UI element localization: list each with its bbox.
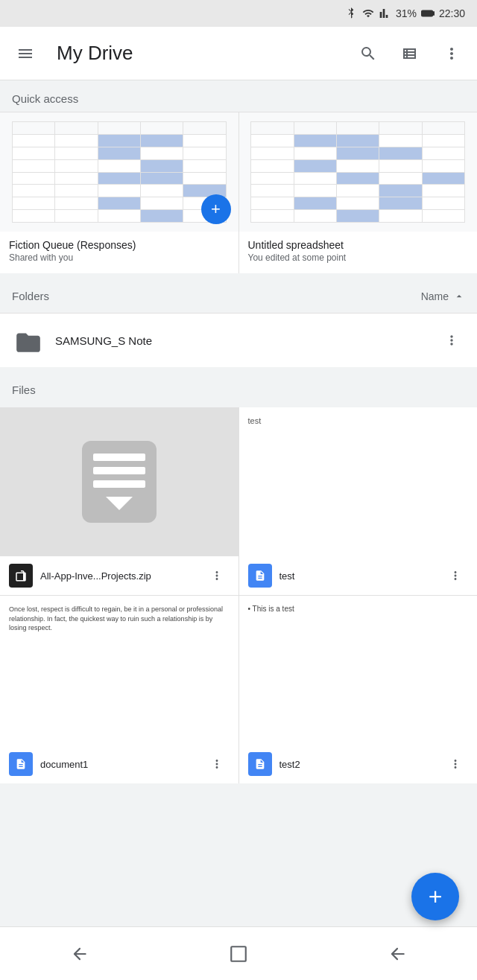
files-header: Files [0, 373, 477, 407]
spreadsheet-preview-2 [250, 121, 465, 223]
quick-access-grid: + Fiction Queue (Responses) Shared with … [0, 112, 477, 273]
file-more-button-test[interactable] [443, 566, 468, 585]
file-name-zip: All-App-Inve...Projects.zip [40, 570, 204, 582]
file-info-test2: test2 [239, 745, 478, 783]
search-button[interactable] [355, 40, 382, 67]
folder-more-button[interactable] [438, 330, 465, 351]
doc-type-icon-1 [9, 752, 33, 776]
file-thumbnail-zip [0, 407, 238, 556]
qa-card-untitled[interactable]: Untitled spreadsheet You edited at some … [239, 112, 478, 273]
bluetooth-icon [345, 7, 357, 19]
files-section: Files All-App-Inve...Projects.zip [0, 373, 477, 783]
file-card-test2[interactable]: • This is a test test2 [239, 596, 478, 783]
file-info-doc1: document1 [0, 745, 238, 783]
overflow-menu-button[interactable] [438, 40, 465, 67]
qa-meta-untitled: You edited at some point [248, 252, 469, 263]
app-bar: My Drive [0, 27, 477, 80]
nav-home-button[interactable] [216, 936, 261, 972]
svg-rect-0 [422, 10, 433, 16]
folders-label: Folders [12, 290, 49, 302]
status-bar: 31% 22:30 [0, 0, 477, 27]
add-badge: + [201, 194, 231, 224]
qa-card-fiction-queue[interactable]: + Fiction Queue (Responses) Shared with … [0, 112, 239, 273]
quick-access-section: Quick access + [0, 80, 477, 273]
list-view-button[interactable] [397, 40, 423, 67]
nav-back-button[interactable] [375, 936, 420, 972]
qa-thumbnail-fiction: + [0, 112, 238, 232]
folders-section: Folders Name SAMSUNG_S Note [0, 279, 477, 367]
file-name-doc1: document1 [40, 759, 204, 770]
file-thumbnail-doc1: Once lost, respect is difficult to regai… [0, 596, 238, 745]
qa-name-fiction: Fiction Queue (Responses) [9, 239, 230, 251]
svg-rect-2 [231, 946, 246, 961]
file-more-button-doc1[interactable] [204, 754, 230, 774]
file-thumbnail-test2: • This is a test [239, 596, 478, 745]
file-preview-doc1: Once lost, respect is difficult to regai… [9, 605, 230, 633]
file-card-test[interactable]: test test [239, 407, 478, 595]
battery-icon [421, 8, 435, 19]
nav-recent-button[interactable] [57, 936, 102, 972]
fab-button[interactable]: + [411, 873, 459, 920]
file-info-test: test [239, 556, 478, 595]
folder-name-samsung: SAMSUNG_S Note [55, 334, 438, 347]
file-preview-test: test [248, 416, 262, 425]
time-text: 22:30 [439, 7, 465, 19]
qa-info-untitled: Untitled spreadsheet You edited at some … [239, 232, 478, 273]
folder-icon [12, 324, 45, 357]
qa-info-fiction: Fiction Queue (Responses) Shared with yo… [0, 232, 238, 273]
doc-type-icon-2 [248, 752, 272, 776]
file-thumbnail-test: test [239, 407, 478, 556]
sort-direction-icon [453, 290, 465, 302]
quick-access-label: Quick access [12, 92, 78, 105]
zip-type-icon [9, 564, 33, 588]
wifi-icon [361, 7, 375, 19]
battery-text: 31% [396, 7, 417, 19]
zip-icon [82, 441, 157, 523]
menu-button[interactable] [12, 40, 39, 67]
signal-icon [379, 7, 391, 19]
status-icons: 31% 22:30 [345, 7, 465, 19]
file-card-doc1[interactable]: Once lost, respect is difficult to regai… [0, 596, 238, 783]
quick-access-header: Quick access [0, 80, 477, 112]
qa-thumbnail-untitled [239, 112, 478, 232]
file-more-button-zip[interactable] [204, 566, 230, 585]
file-preview-test2: • This is a test [248, 605, 294, 613]
folders-header: Folders Name [0, 279, 477, 313]
bottom-nav [0, 926, 477, 980]
file-name-test: test [279, 570, 443, 582]
app-bar-actions [355, 40, 465, 67]
file-card-zip[interactable]: All-App-Inve...Projects.zip [0, 407, 238, 595]
files-grid: All-App-Inve...Projects.zip test t [0, 407, 477, 783]
page-title: My Drive [57, 42, 343, 65]
folder-item-samsung[interactable]: SAMSUNG_S Note [0, 313, 477, 367]
spreadsheet-preview-1 [12, 121, 227, 223]
file-info-zip: All-App-Inve...Projects.zip [0, 556, 238, 595]
sort-label: Name [421, 290, 449, 302]
qa-meta-fiction: Shared with you [9, 252, 230, 263]
files-label: Files [12, 384, 36, 396]
file-name-test2: test2 [279, 759, 443, 770]
svg-rect-1 [433, 12, 435, 16]
sort-control[interactable]: Name [421, 290, 465, 302]
qa-name-untitled: Untitled spreadsheet [248, 239, 469, 251]
doc-type-icon-test [248, 564, 272, 588]
file-more-button-test2[interactable] [443, 754, 468, 774]
